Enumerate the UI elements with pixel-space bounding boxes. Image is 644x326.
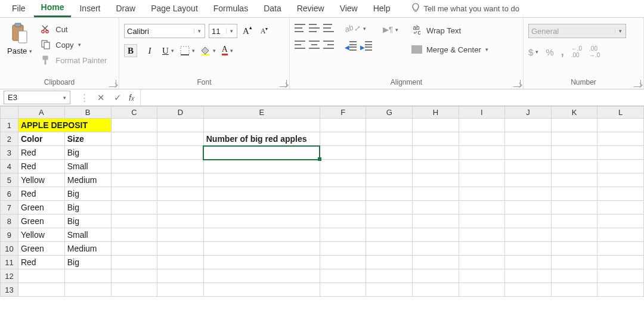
cell-K7[interactable]	[551, 201, 597, 215]
cell-E12[interactable]	[203, 269, 320, 283]
cell-K2[interactable]	[551, 132, 597, 146]
cell-K10[interactable]	[551, 242, 597, 256]
cell-K12[interactable]	[551, 269, 597, 283]
tab-page-layout[interactable]: Page Layout	[144, 1, 205, 17]
cell-F4[interactable]	[320, 160, 366, 173]
cell-G9[interactable]	[366, 228, 413, 242]
column-header-K[interactable]: K	[551, 107, 597, 119]
cell-C5[interactable]	[111, 173, 157, 187]
cell-D6[interactable]	[157, 187, 204, 201]
wrap-text-button[interactable]: ab⤶c Wrap Text	[409, 24, 490, 37]
row-header-4[interactable]: 4	[1, 160, 18, 173]
cell-F8[interactable]	[320, 215, 366, 228]
cell-B13[interactable]	[64, 283, 111, 297]
cell-A9[interactable]: Yellow	[18, 228, 64, 242]
cell-E7[interactable]	[203, 201, 320, 215]
row-header-8[interactable]: 8	[1, 215, 18, 228]
cell-K3[interactable]	[551, 146, 597, 160]
merge-center-button[interactable]: Merge & Center ▾	[409, 43, 490, 56]
cell-A12[interactable]	[18, 269, 64, 283]
font-size-select[interactable]: 11▾	[209, 24, 237, 38]
font-name-select[interactable]: Calibri▾	[124, 24, 205, 38]
cell-D7[interactable]	[157, 201, 204, 215]
cell-A1[interactable]: APPLE DEPOSIT	[18, 119, 111, 132]
cell-G12[interactable]	[366, 269, 413, 283]
cell-I11[interactable]	[459, 256, 505, 269]
text-direction-button[interactable]: ▶¶▾	[383, 25, 398, 34]
cell-C4[interactable]	[111, 160, 157, 173]
row-header-5[interactable]: 5	[1, 173, 18, 187]
cell-G11[interactable]	[366, 256, 413, 269]
cut-button[interactable]: Cut	[38, 23, 108, 36]
align-right-icon[interactable]	[323, 41, 334, 49]
row-header-10[interactable]: 10	[1, 242, 18, 256]
cell-A4[interactable]: Red	[18, 160, 64, 173]
cell-J10[interactable]	[505, 242, 552, 256]
cell-B5[interactable]: Medium	[64, 173, 111, 187]
orientation-button[interactable]: ab⤢▾	[345, 24, 372, 33]
name-box[interactable]: E3 ▾	[4, 91, 70, 104]
cell-F11[interactable]	[320, 256, 366, 269]
tab-help[interactable]: Help	[366, 1, 398, 17]
cell-F1[interactable]	[320, 119, 366, 132]
cell-J1[interactable]	[505, 119, 552, 132]
row-header-2[interactable]: 2	[1, 132, 18, 146]
cell-I12[interactable]	[459, 269, 505, 283]
cell-H7[interactable]	[413, 201, 459, 215]
dialog-launcher-icon[interactable]	[280, 80, 287, 87]
cell-G10[interactable]	[366, 242, 413, 256]
fx-icon[interactable]: fx	[129, 93, 134, 103]
cell-H5[interactable]	[413, 173, 459, 187]
row-header-7[interactable]: 7	[1, 201, 18, 215]
cell-D3[interactable]	[157, 146, 204, 160]
cell-C9[interactable]	[111, 228, 157, 242]
format-painter-button[interactable]: Format Painter	[38, 54, 108, 67]
cell-L11[interactable]	[597, 256, 644, 269]
column-header-C[interactable]: C	[111, 107, 157, 119]
cell-I10[interactable]	[459, 242, 505, 256]
cell-G3[interactable]	[366, 146, 413, 160]
cell-B4[interactable]: Small	[64, 160, 111, 173]
cell-A13[interactable]	[18, 283, 64, 297]
cell-E13[interactable]	[203, 283, 320, 297]
comma-button[interactable]: ,	[561, 46, 564, 58]
cell-K11[interactable]	[551, 256, 597, 269]
cell-A11[interactable]: Red	[18, 256, 64, 269]
cell-C13[interactable]	[111, 283, 157, 297]
cell-E8[interactable]	[203, 215, 320, 228]
column-header-J[interactable]: J	[505, 107, 552, 119]
cell-J8[interactable]	[505, 215, 552, 228]
align-bottom-icon[interactable]	[323, 24, 334, 32]
cell-D1[interactable]	[157, 119, 204, 132]
cell-F10[interactable]	[320, 242, 366, 256]
cell-H8[interactable]	[413, 215, 459, 228]
cell-J6[interactable]	[505, 187, 552, 201]
paste-button[interactable]: Paste▾	[5, 21, 35, 57]
cell-H4[interactable]	[413, 160, 459, 173]
cell-J7[interactable]	[505, 201, 552, 215]
cell-G8[interactable]	[366, 215, 413, 228]
cell-F5[interactable]	[320, 173, 366, 187]
cell-L1[interactable]	[597, 119, 644, 132]
cell-G1[interactable]	[366, 119, 413, 132]
cell-L12[interactable]	[597, 269, 644, 283]
cell-K1[interactable]	[551, 119, 597, 132]
enter-formula-icon[interactable]: ✓	[112, 92, 123, 103]
italic-button[interactable]: I	[143, 44, 156, 57]
cell-L4[interactable]	[597, 160, 644, 173]
column-header-I[interactable]: I	[459, 107, 505, 119]
cell-F13[interactable]	[320, 283, 366, 297]
cell-F2[interactable]	[320, 132, 366, 146]
cell-J3[interactable]	[505, 146, 552, 160]
cell-G5[interactable]	[366, 173, 413, 187]
formula-input[interactable]	[141, 89, 644, 105]
cell-C8[interactable]	[111, 215, 157, 228]
cell-L7[interactable]	[597, 201, 644, 215]
cell-I9[interactable]	[459, 228, 505, 242]
percent-button[interactable]: %	[546, 47, 553, 57]
cell-L5[interactable]	[597, 173, 644, 187]
number-format-select[interactable]: General▾	[528, 24, 626, 38]
cell-F9[interactable]	[320, 228, 366, 242]
cell-D8[interactable]	[157, 215, 204, 228]
cell-H12[interactable]	[413, 269, 459, 283]
